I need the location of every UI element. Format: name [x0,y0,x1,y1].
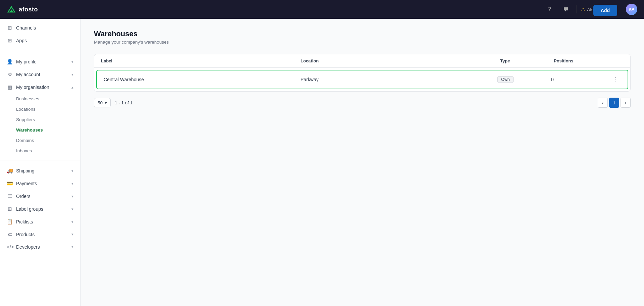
sidebar-item-developers[interactable]: </> Developers ▾ [0,241,80,253]
sidebar-divider-2 [0,160,80,160]
svg-marker-1 [10,9,13,12]
sidebar-item-orders[interactable]: ☰ Orders ▾ [0,190,80,203]
column-location: Location [301,58,500,63]
sidebar-sub-item-domains[interactable]: Domains [16,135,80,146]
per-page-selector[interactable]: 50 ▾ [94,98,111,107]
sidebar-sub-item-locations[interactable]: Locations [16,104,80,114]
sidebar-sub-item-inboxes[interactable]: Inboxes [16,146,80,156]
sidebar-label-products: Products [16,232,35,237]
add-warehouse-button[interactable]: Add [593,5,617,16]
afosto-logo-icon [7,5,16,14]
sidebar-label-payments: Payments [16,181,37,186]
cell-label: Central Warehouse [104,77,301,82]
pagination-page-1-button[interactable]: 1 [609,98,619,108]
type-badge: Own [497,76,514,83]
topnav-right-area: ? ⚠ Afosto platform KA [544,4,637,15]
label-groups-chevron-icon: ▾ [71,207,73,211]
payments-icon: 💳 [7,181,13,187]
sidebar-item-products[interactable]: 🏷 Products ▾ [0,228,80,241]
sidebar-label-shipping: Shipping [16,168,35,173]
orders-icon: ☰ [7,193,13,199]
main-layout: ⊞ Channels ⊞ Apps 👤 My profile ▾ [0,19,644,306]
sidebar-commerce-section: 🚚 Shipping ▾ 💳 Payments ▾ ☰ Orders ▾ [0,162,80,256]
sidebar-item-apps[interactable]: ⊞ Apps [0,34,80,47]
sidebar-label-label-groups: Label groups [16,206,43,212]
sidebar-sub-item-suppliers[interactable]: Suppliers [16,114,80,125]
profile-chevron-icon: ▾ [71,60,73,64]
payments-chevron-icon: ▾ [71,182,73,186]
products-icon: 🏷 [7,232,13,237]
sidebar-sub-item-warehouses[interactable]: Warehouses [16,125,80,135]
sidebar-item-payments[interactable]: 💳 Payments ▾ [0,177,80,190]
warehouses-label: Warehouses [16,128,43,133]
sidebar-profile-section: 👤 My profile ▾ ⚙ My account ▾ ▦ My organ… [0,53,80,159]
column-label: Label [101,58,301,63]
picklists-chevron-icon: ▾ [71,220,73,224]
logo-area: afosto [7,5,38,14]
avatar-initials: KA [629,7,634,12]
pagination-row: 50 ▾ 1 - 1 of 1 ‹ 1 › [94,98,631,108]
pagination-prev-button[interactable]: ‹ [598,98,608,108]
chat-button[interactable] [560,4,571,15]
row-more-button[interactable]: ⋮ [611,75,621,84]
pagination-next-button[interactable]: › [621,98,631,108]
sidebar-item-shipping[interactable]: 🚚 Shipping ▾ [0,164,80,177]
organisation-icon: ▦ [7,84,13,90]
table-row[interactable]: Central Warehouse Parkway Own 0 ⋮ [96,70,628,89]
pagination-info: 1 - 1 of 1 [115,100,132,105]
cell-location: Parkway [301,77,497,82]
page-title: Warehouses [94,30,631,38]
businesses-label: Businesses [16,96,39,101]
per-page-value: 50 [98,100,103,105]
sidebar-label-my-account: My account [16,72,40,77]
picklists-icon: 📋 [7,219,13,225]
warning-icon: ⚠ [581,7,585,12]
sidebar-label-apps: Apps [16,38,27,43]
user-avatar[interactable]: KA [626,4,637,15]
sidebar-item-channels[interactable]: ⊞ Channels [0,21,80,34]
logo-text: afosto [19,6,38,13]
products-chevron-icon: ▾ [71,232,73,237]
sidebar-divider-1 [0,51,80,51]
column-positions: Positions [554,58,607,63]
main-content: Warehouses Manage your company's warehou… [80,19,644,306]
profile-icon: 👤 [7,59,13,65]
per-page-chevron-icon: ▾ [105,100,107,105]
sidebar-label-my-organisation: My organisation [16,85,49,90]
top-navigation: afosto ? ⚠ Afosto platform KA [0,0,644,19]
sidebar-label-orders: Orders [16,194,31,199]
sidebar: ⊞ Channels ⊞ Apps 👤 My profile ▾ [0,19,80,306]
sidebar-label-developers: Developers [16,244,40,250]
sidebar-sub-item-businesses[interactable]: Businesses [16,94,80,104]
sidebar-item-my-organisation[interactable]: ▦ My organisation ▴ [0,81,80,94]
locations-label: Locations [16,107,36,112]
sidebar-top-section: ⊞ Channels ⊞ Apps [0,19,80,50]
sidebar-label-channels: Channels [16,25,36,31]
sidebar-label-my-profile: My profile [16,59,37,64]
developers-chevron-icon: ▾ [71,245,73,249]
inboxes-label: Inboxes [16,148,32,153]
sidebar-item-my-profile[interactable]: 👤 My profile ▾ [0,55,80,68]
label-groups-icon: ⊞ [7,206,13,212]
table-header-row: Label Location Type Positions [94,54,630,68]
organisation-chevron-icon: ▴ [71,85,73,90]
pagination-controls: ‹ 1 › [598,98,631,108]
column-type: Type [500,58,554,63]
help-button[interactable]: ? [544,4,555,15]
organisation-submenu: Businesses Locations Suppliers Warehouse… [0,94,80,156]
domains-label: Domains [16,138,34,143]
page-subtitle: Manage your company's warehouses [94,40,631,45]
orders-chevron-icon: ▾ [71,194,73,199]
shipping-chevron-icon: ▾ [71,169,73,173]
suppliers-label: Suppliers [16,117,35,122]
sidebar-label-picklists: Picklists [16,219,33,224]
sidebar-item-picklists[interactable]: 📋 Picklists ▾ [0,215,80,228]
sidebar-item-my-account[interactable]: ⚙ My account ▾ [0,68,80,81]
developers-icon: </> [7,244,13,250]
account-chevron-icon: ▾ [71,72,73,77]
account-icon: ⚙ [7,71,13,78]
warehouses-table: Label Location Type Positions Central Wa… [94,54,631,92]
sidebar-item-label-groups[interactable]: ⊞ Label groups ▾ [0,203,80,215]
cell-positions: 0 [551,77,605,82]
page-header: Warehouses Manage your company's warehou… [94,30,631,45]
